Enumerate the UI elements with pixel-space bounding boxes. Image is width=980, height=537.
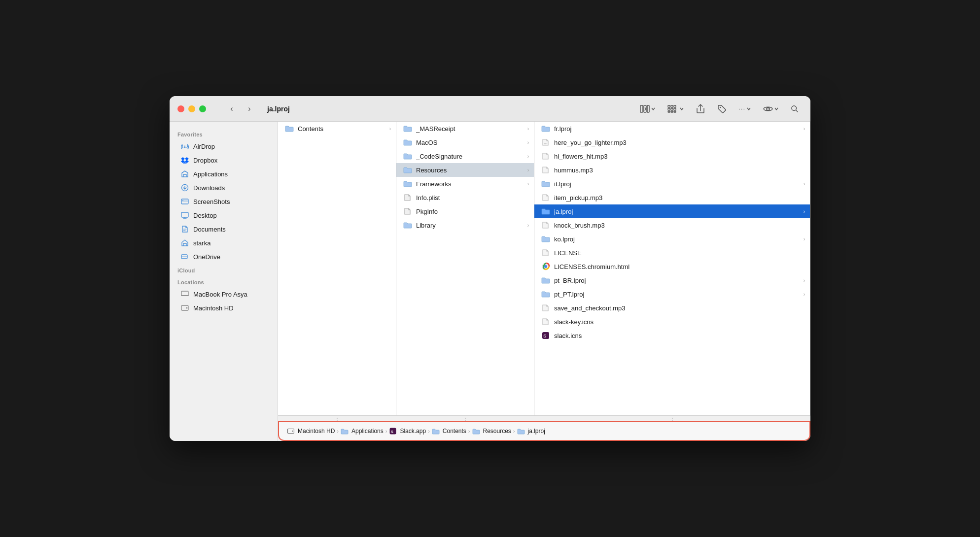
sidebar-item-downloads-label: Downloads (193, 184, 267, 192)
file-icon (403, 207, 412, 216)
col3-item-slack-key[interactable]: slack-key.icns (534, 315, 810, 329)
col3-item-slack-icns[interactable]: S slack.icns (534, 329, 810, 342)
chevron-down-icon (746, 106, 751, 111)
main-area: Favorites AirDrop (170, 122, 810, 441)
col3-item-here[interactable]: here_you_go_lighter.mp3 (534, 135, 810, 149)
navigation-buttons: ‹ › (224, 102, 257, 116)
sidebar-item-macbook-label: MacBook Pro Asya (193, 291, 267, 298)
col3-item-item-pickup[interactable]: item_pickup.mp3 (534, 191, 810, 204)
col3-item-save[interactable]: save_and_checkout.mp3 (534, 301, 810, 315)
breadcrumb-jalproj[interactable]: ja.lproj (517, 427, 545, 435)
view-toggle-button[interactable] (636, 102, 660, 116)
svg-rect-0 (640, 105, 643, 112)
chevron-icon: › (527, 126, 529, 132)
chevron-icon: › (527, 168, 529, 173)
col2-item-info[interactable]: Info.plist (396, 191, 534, 204)
breadcrumb-contents[interactable]: Contents (432, 427, 466, 435)
sidebar-item-applications[interactable]: Applications (173, 167, 275, 181)
col1-item-contents[interactable]: Contents › (278, 122, 396, 135)
more-button[interactable]: ··· (735, 102, 755, 116)
sidebar-item-macintosh[interactable]: Macintosh HD (173, 301, 275, 315)
col3-hi-label: hi_flowers_hit.mp3 (554, 153, 805, 160)
sidebar-item-downloads[interactable]: Downloads (173, 181, 275, 195)
sidebar-item-applications-label: Applications (193, 170, 267, 178)
col3-item-hi[interactable]: hi_flowers_hit.mp3 (534, 149, 810, 163)
col3-item-hummus[interactable]: hummus.mp3 (534, 163, 810, 177)
col3-license-label: LICENSE (554, 249, 805, 257)
svg-point-26 (544, 265, 547, 268)
col3-pt-pt-label: pt_PT.lproj (554, 291, 800, 298)
breadcrumb-sep-5: › (513, 428, 515, 434)
fullscreen-button[interactable] (199, 105, 206, 112)
arrange-button[interactable] (664, 102, 688, 116)
col2-item-resources[interactable]: Resources › (396, 163, 534, 177)
col3-item-pt-br[interactable]: pt_BR.lproj › (534, 273, 810, 287)
chevron-icon: › (527, 181, 529, 187)
col3-ko-label: ko.lproj (554, 235, 800, 243)
col3-item-knock[interactable]: knock_brush.mp3 (534, 218, 810, 232)
sidebar-item-dropbox[interactable]: Dropbox (173, 153, 275, 167)
col3-item-fr[interactable]: fr.lproj › (534, 122, 810, 135)
resize-handle-icon[interactable]: ⋮ (670, 416, 675, 421)
preview-button[interactable] (759, 102, 783, 116)
search-button[interactable] (787, 102, 803, 116)
col2-item-macos[interactable]: MacOS › (396, 135, 534, 149)
col3-here-label: here_you_go_lighter.mp3 (554, 139, 805, 146)
col2-item-pkginfo[interactable]: PkgInfo (396, 204, 534, 218)
col2-library-label: Library (416, 222, 524, 229)
column-3-wrapper: fr.lproj › here_you_go_li (534, 122, 810, 421)
chevron-icon: › (804, 126, 805, 132)
close-button[interactable] (177, 105, 184, 112)
col2-item-masreceipt[interactable]: _MASReceipt › (396, 122, 534, 135)
col3-hummus-label: hummus.mp3 (554, 167, 805, 174)
resize-handle-icon[interactable]: ⋮ (463, 416, 468, 421)
sidebar-item-starka[interactable]: starka (173, 236, 275, 250)
col3-item-license[interactable]: LICENSE (534, 246, 810, 260)
col3-item-it[interactable]: it.lproj › (534, 177, 810, 191)
icloud-header: iCloud (170, 264, 278, 275)
chevron-icon: › (389, 126, 391, 132)
sidebar-item-onedrive[interactable]: OneDrive (173, 250, 275, 264)
col3-item-jalproj[interactable]: ja.lproj › (534, 204, 810, 218)
breadcrumb-applications-label: Applications (351, 428, 384, 435)
breadcrumb-resources[interactable]: Resources (472, 427, 511, 435)
sidebar-item-desktop[interactable]: Desktop (173, 208, 275, 222)
forward-button[interactable]: › (242, 102, 257, 116)
col2-frameworks-label: Frameworks (416, 180, 524, 188)
share-button[interactable] (692, 102, 709, 116)
sidebar-item-screenshots-label: ScreenShots (193, 198, 267, 205)
airdrop-icon (180, 142, 189, 151)
sidebar-item-screenshots[interactable]: ScreenShots (173, 195, 275, 208)
col3-item-ko[interactable]: ko.lproj › (534, 232, 810, 246)
col3-item-pt-pt[interactable]: pt_PT.lproj › (534, 287, 810, 301)
breadcrumb-slack[interactable]: S Slack.app (389, 427, 426, 435)
sidebar-item-airdrop[interactable]: AirDrop (173, 139, 275, 153)
sidebar-item-macbook[interactable]: MacBook Pro Asya (173, 287, 275, 301)
col3-pt-br-label: pt_BR.lproj (554, 277, 800, 284)
minimize-button[interactable] (188, 105, 195, 112)
svg-point-30 (292, 431, 293, 432)
svg-point-12 (720, 106, 721, 107)
col2-item-library[interactable]: Library › (396, 218, 534, 232)
grid-icon (667, 105, 678, 113)
resize-handle-icon[interactable]: ⋮ (335, 416, 340, 421)
breadcrumb-macintosh[interactable]: Macintosh HD (287, 427, 335, 435)
sidebar-item-documents[interactable]: Documents (173, 222, 275, 236)
breadcrumb-sep-4: › (468, 428, 470, 434)
col3-save-label: save_and_checkout.mp3 (554, 304, 805, 312)
folder-icon (403, 138, 412, 147)
col2-item-codesig[interactable]: _CodeSignature › (396, 149, 534, 163)
col2-pkginfo-label: PkgInfo (416, 208, 529, 215)
tag-button[interactable] (713, 102, 731, 116)
back-button[interactable]: ‹ (224, 102, 240, 116)
chevron-icon: › (804, 181, 805, 187)
col3-item-licenses-chromium[interactable]: LICENSES.chromium.html (534, 260, 810, 273)
folder-icon (541, 207, 550, 216)
breadcrumb-applications[interactable]: Applications (341, 427, 384, 435)
col2-item-frameworks[interactable]: Frameworks › (396, 177, 534, 191)
folder-icon (341, 427, 349, 435)
col3-fr-label: fr.lproj (554, 125, 800, 133)
svg-point-15 (792, 105, 797, 110)
breadcrumb-resources-label: Resources (483, 428, 511, 435)
svg-rect-5 (674, 105, 676, 107)
